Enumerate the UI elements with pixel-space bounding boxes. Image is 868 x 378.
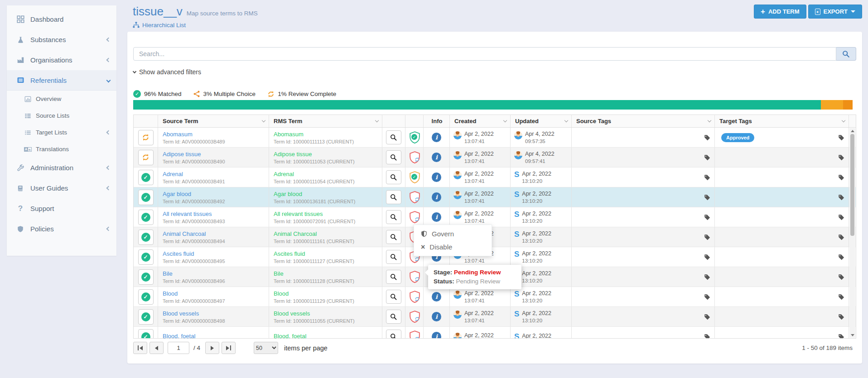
tag-icon[interactable] [704, 154, 710, 161]
table-row[interactable]: Adipose tissueTerm Id: A0V00000003B490Ad… [134, 148, 856, 167]
tag-icon[interactable] [838, 134, 844, 141]
row-status-button[interactable]: ✓ [138, 269, 154, 285]
sidebar-item-overview[interactable]: Overview [7, 91, 116, 107]
govern-shield-icon[interactable] [409, 311, 420, 323]
sidebar-item-policies[interactable]: Policies [7, 219, 116, 239]
tag-icon[interactable] [838, 234, 844, 240]
rms-term-link[interactable]: Bile [274, 270, 284, 277]
info-icon[interactable]: i [432, 292, 441, 301]
sidebar-item-dashboard[interactable]: Dashboard [7, 9, 116, 29]
tag-icon[interactable] [838, 174, 844, 181]
rms-term-link[interactable]: Blood, foetal [274, 333, 306, 339]
source-term-link[interactable]: Bile [163, 270, 173, 277]
scrollbar-thumb[interactable] [850, 134, 854, 236]
search-input[interactable] [133, 47, 836, 61]
prev-page-button[interactable] [149, 342, 164, 354]
row-status-button[interactable] [138, 150, 154, 165]
tag-icon[interactable] [704, 294, 710, 300]
rms-term-link[interactable]: Ascites fluid [274, 250, 305, 257]
sidebar-item-administration[interactable]: Administration [7, 158, 116, 178]
row-status-button[interactable] [138, 130, 154, 145]
rms-term-link[interactable]: Blood vessels [274, 310, 310, 317]
row-status-button[interactable]: ✓ [138, 309, 154, 325]
table-row[interactable]: ✓Ascites fluidTerm Id: A0V00000003B495As… [134, 247, 856, 267]
source-term-link[interactable]: Abomasum [163, 131, 193, 138]
row-status-button[interactable]: ✓ [138, 289, 154, 305]
preview-term-button[interactable] [386, 250, 401, 264]
add-term-button[interactable]: + ADD TERM [754, 5, 806, 19]
tag-icon[interactable] [704, 334, 710, 339]
rms-term-link[interactable]: Adipose tissue [274, 151, 312, 158]
tag-icon[interactable] [838, 334, 844, 339]
table-row[interactable]: ✓Blood vesselsTerm Id: A0V00000003B498Bl… [134, 307, 856, 327]
info-icon[interactable]: i [432, 172, 441, 182]
info-icon[interactable]: i [432, 153, 441, 162]
preview-term-button[interactable] [386, 310, 401, 324]
tag-icon[interactable] [838, 294, 844, 300]
preview-term-button[interactable] [386, 190, 401, 204]
header-rms-term[interactable]: RMS Term [269, 115, 382, 127]
first-page-button[interactable] [133, 342, 147, 354]
table-row[interactable]: AbomasumTerm Id: A0V00000003B489Abomasum… [134, 128, 856, 148]
sidebar-item-user-guides[interactable]: User Guides [7, 178, 116, 198]
row-status-button[interactable]: ✓ [138, 210, 154, 225]
info-icon[interactable]: i [432, 332, 441, 338]
sidebar-item-referentials[interactable]: Referentials [7, 70, 116, 91]
header-target-tags[interactable]: Target Tags [715, 115, 849, 127]
sidebar-item-substances[interactable]: Substances [7, 29, 116, 50]
info-icon[interactable]: i [432, 192, 441, 202]
table-row[interactable]: ✓Agar bloodTerm Id: A0V00000003B492Agar … [134, 187, 856, 207]
govern-shield-icon[interactable] [409, 211, 420, 224]
tag-icon[interactable] [704, 314, 710, 320]
page-number-input[interactable] [168, 342, 189, 354]
preview-term-button[interactable] [386, 270, 401, 284]
table-row[interactable]: ✓All relevant tissuesTerm Id: A0V0000000… [134, 207, 856, 227]
scroll-up-arrow-icon[interactable] [849, 128, 855, 134]
header-updated[interactable]: Updated [511, 115, 572, 127]
info-icon[interactable]: i [432, 312, 441, 321]
govern-shield-icon[interactable] [409, 291, 420, 303]
header-created[interactable]: Created [450, 115, 511, 127]
menu-item-govern[interactable]: Govern [414, 227, 492, 240]
table-row[interactable]: ✓Animal CharcoalTerm Id: A0V00000003B494… [134, 227, 856, 247]
info-icon[interactable]: i [432, 212, 441, 222]
source-term-link[interactable]: Blood vessels [163, 310, 199, 317]
tag-icon[interactable] [704, 254, 710, 260]
govern-shield-icon[interactable]: ✓ [409, 171, 420, 184]
govern-shield-icon[interactable] [409, 191, 420, 204]
table-row[interactable]: ✓Blood, foetalBlood, foetaliApr 2, 2022S… [134, 327, 856, 338]
tag-icon[interactable] [838, 194, 844, 201]
preview-term-button[interactable] [386, 290, 401, 304]
tag-icon[interactable] [704, 174, 710, 181]
hierarchical-list-link[interactable]: Hierarchical List [133, 22, 258, 29]
tag-icon[interactable] [838, 214, 844, 220]
tag-icon[interactable] [838, 314, 844, 320]
govern-shield-icon[interactable] [409, 330, 420, 339]
source-term-link[interactable]: Adipose tissue [163, 151, 201, 158]
table-scrollbar[interactable] [849, 128, 855, 338]
preview-term-button[interactable] [386, 130, 401, 144]
header-source-term[interactable]: Source Term [158, 115, 269, 127]
row-status-button[interactable]: ✓ [138, 190, 154, 205]
preview-term-button[interactable] [386, 230, 401, 244]
tag-icon[interactable] [704, 234, 710, 240]
header-source-tags[interactable]: Source Tags [572, 115, 715, 127]
preview-term-button[interactable] [386, 170, 401, 184]
last-page-button[interactable] [222, 342, 236, 354]
table-row[interactable]: ✓AdrenalTerm Id: A0V00000003B491AdrenalT… [134, 167, 856, 187]
page-size-select[interactable]: 50 [254, 342, 278, 354]
tag-icon[interactable] [704, 214, 710, 220]
row-status-button[interactable]: ✓ [138, 329, 154, 339]
tag-icon[interactable] [838, 154, 844, 161]
preview-term-button[interactable] [386, 150, 401, 164]
source-term-link[interactable]: Blood [163, 290, 178, 297]
scroll-down-arrow-icon[interactable] [849, 332, 855, 338]
rms-term-link[interactable]: Blood [274, 290, 289, 297]
sidebar-item-target-lists[interactable]: Target Lists [7, 124, 116, 141]
show-advanced-filters-toggle[interactable]: Show advanced filters [133, 68, 856, 76]
tag-icon[interactable] [838, 274, 844, 280]
source-term-link[interactable]: Ascites fluid [163, 250, 194, 257]
govern-shield-icon[interactable] [409, 151, 420, 164]
table-row[interactable]: ✓BloodTerm Id: A0V00000003B497BloodTerm … [134, 287, 856, 307]
sidebar-item-support[interactable]: ?Support [7, 198, 116, 219]
